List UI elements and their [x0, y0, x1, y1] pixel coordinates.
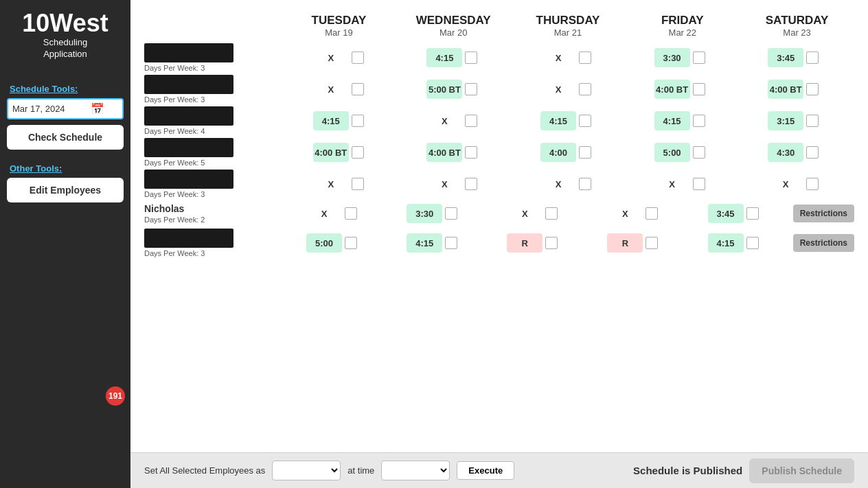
shift-cell: 4:00 BT: [736, 77, 850, 102]
shift-value: R: [607, 233, 643, 253]
time-select[interactable]: [381, 461, 450, 480]
employee-rows: Days Per Week: 3X4:15X3:303:45Days Per W…: [144, 43, 854, 257]
shift-value: X: [540, 48, 576, 67]
shift-checkbox[interactable]: [693, 115, 705, 127]
shift-checkbox[interactable]: [746, 237, 759, 249]
logo: 10West SchedulingApplication: [22, 11, 108, 60]
shift-value: 5:00: [306, 233, 342, 253]
shift-checkbox[interactable]: [693, 51, 705, 64]
shift-cell: 4:30: [736, 140, 850, 165]
shift-checkbox[interactable]: [465, 146, 477, 159]
shift-checkbox[interactable]: [345, 237, 357, 249]
shift-checkbox[interactable]: [746, 207, 759, 220]
shift-checkbox[interactable]: [693, 146, 705, 159]
shift-checkbox[interactable]: [693, 178, 705, 190]
shift-checkbox[interactable]: [345, 207, 357, 220]
shift-cell: 5:00: [623, 140, 737, 165]
shift-checkbox[interactable]: [646, 237, 658, 249]
shift-checkbox[interactable]: [545, 237, 558, 249]
employee-name-redacted: [144, 170, 233, 189]
employee-info: Days Per Week: 5: [144, 138, 282, 167]
restrictions-cell: Restrictions: [784, 234, 854, 252]
shift-checkbox[interactable]: [806, 51, 819, 64]
shift-checkbox[interactable]: [579, 83, 591, 95]
shift-checkbox[interactable]: [806, 178, 819, 190]
shift-cell: 5:00: [282, 231, 382, 255]
employee-name-redacted: [144, 229, 233, 248]
shift-value: X: [306, 204, 342, 223]
shift-value: 4:15: [540, 111, 576, 130]
shift-checkbox[interactable]: [806, 115, 819, 127]
shift-checkbox[interactable]: [806, 146, 819, 159]
employee-row: Days Per Week: 3X4:15X3:303:45: [144, 43, 854, 72]
shift-value: 5:00 BT: [426, 80, 462, 99]
shift-checkbox[interactable]: [646, 207, 658, 220]
shift-cell: 3:45: [683, 201, 784, 226]
shift-checkbox[interactable]: [465, 51, 477, 64]
shift-checkbox[interactable]: [465, 83, 477, 95]
shift-checkbox[interactable]: [806, 83, 819, 95]
employee-info: NicholasDays Per Week: 2: [144, 203, 282, 224]
edit-employees-button[interactable]: Edit Employees: [7, 178, 124, 202]
shift-checkbox[interactable]: [579, 146, 591, 159]
shift-checkbox[interactable]: [465, 115, 477, 127]
shift-checkbox[interactable]: [579, 115, 591, 127]
set-label: Set All Selected Employees as: [144, 465, 265, 476]
shift-checkbox[interactable]: [693, 83, 705, 95]
schedule-area: TUESDAYMar 19WEDNESDAYMar 20THURSDAYMar …: [130, 0, 868, 452]
shift-value: 4:15: [654, 111, 690, 130]
shift-value: 3:30: [407, 204, 442, 223]
employee-days-per-week: Days Per Week: 5: [144, 159, 205, 167]
shift-cell: 4:15: [396, 45, 510, 70]
shift-cell: X: [396, 108, 510, 133]
shift-checkbox[interactable]: [445, 237, 457, 249]
day-header-thursday: THURSDAYMar 21: [511, 14, 626, 38]
shift-cell: R: [482, 231, 582, 255]
shift-cell: X: [509, 45, 623, 70]
shift-cell: 3:30: [382, 201, 482, 226]
shift-cell: 4:00 BT: [623, 77, 737, 102]
shift-value: R: [507, 233, 542, 253]
shift-cell: X: [282, 45, 396, 70]
employee-name-redacted: [144, 138, 233, 157]
employee-status-select[interactable]: [272, 461, 341, 480]
published-status: Schedule is Published: [633, 465, 742, 476]
shift-value: 3:30: [654, 48, 690, 67]
employee-days-per-week: Days Per Week: 3: [144, 95, 205, 104]
schedule-header: TUESDAYMar 19WEDNESDAYMar 20THURSDAYMar …: [144, 14, 854, 38]
shift-cell: X: [736, 172, 850, 196]
check-schedule-button[interactable]: Check Schedule: [7, 125, 124, 150]
calendar-icon[interactable]: 📅: [91, 102, 104, 115]
shift-checkbox[interactable]: [352, 51, 364, 64]
shift-checkbox[interactable]: [352, 83, 364, 95]
shift-checkbox[interactable]: [579, 51, 591, 64]
shift-cell: 5:00 BT: [396, 77, 510, 102]
sidebar: 10West SchedulingApplication Schedule To…: [0, 0, 130, 488]
restrictions-button[interactable]: Restrictions: [793, 234, 854, 252]
restrictions-button[interactable]: Restrictions: [793, 205, 854, 222]
date-input-wrap: 📅: [7, 98, 124, 119]
date-input[interactable]: [12, 104, 88, 114]
shift-value: 4:00 BT: [654, 80, 690, 99]
shift-value: X: [507, 204, 542, 223]
publish-schedule-button[interactable]: Publish Schedule: [749, 458, 854, 483]
shift-value: 4:00 BT: [426, 143, 462, 162]
employee-days-per-week: Days Per Week: 3: [144, 64, 205, 72]
shift-checkbox[interactable]: [465, 178, 477, 190]
execute-button[interactable]: Execute: [457, 461, 514, 480]
shift-checkbox[interactable]: [352, 178, 364, 190]
shift-checkbox[interactable]: [352, 115, 364, 127]
shift-checkbox[interactable]: [352, 146, 364, 159]
shift-value: X: [607, 204, 643, 223]
shift-value: 5:00: [654, 143, 690, 162]
shift-checkbox[interactable]: [545, 207, 558, 220]
shift-value: X: [768, 174, 803, 194]
employee-info: Days Per Week: 3: [144, 170, 282, 198]
shift-value: X: [654, 174, 690, 194]
shift-cell: X: [482, 201, 582, 226]
shift-cell: 3:30: [623, 45, 737, 70]
shift-checkbox[interactable]: [445, 207, 457, 220]
shift-cell: X: [396, 172, 510, 196]
shift-checkbox[interactable]: [579, 178, 591, 190]
shift-value: 4:30: [768, 143, 803, 162]
